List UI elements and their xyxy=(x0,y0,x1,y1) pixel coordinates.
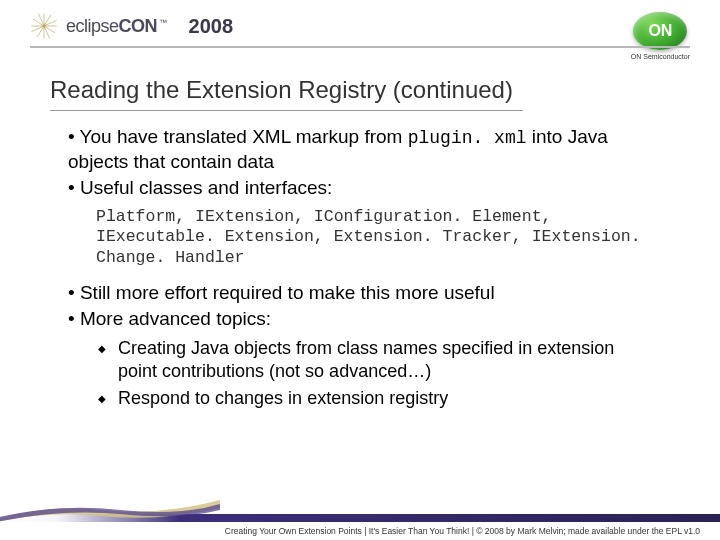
sponsor-name: ON Semiconductor xyxy=(631,53,690,60)
conference-year: 2008 xyxy=(189,15,234,38)
inline-code: plugin. xml xyxy=(408,128,527,148)
slide-content: You have translated XML markup from plug… xyxy=(0,125,720,410)
bullet-item: Still more effort required to make this … xyxy=(68,281,652,305)
bullet-text: You have translated XML markup from xyxy=(80,126,408,147)
bullet-item: Useful classes and interfaces: xyxy=(68,176,652,200)
slide-header: eclipseCON™ 2008 ON ON Semiconductor xyxy=(0,0,720,62)
bullet-text: More advanced topics: xyxy=(80,308,271,329)
footer-text: Creating Your Own Extension Points | It'… xyxy=(225,526,700,536)
conference-logo: eclipseCON™ 2008 xyxy=(30,12,233,40)
code-block: Platform, IExtension, IConfiguration. El… xyxy=(68,203,652,281)
title-container: Reading the Extension Registry (continue… xyxy=(0,62,720,125)
footer-swoosh-icon xyxy=(0,496,220,526)
slide-title: Reading the Extension Registry (continue… xyxy=(50,62,523,111)
conference-name-light: eclipse xyxy=(66,16,119,36)
burst-icon xyxy=(30,12,58,40)
conference-name-bold: CON xyxy=(119,16,158,36)
sub-bullet-list: Creating Java objects from class names s… xyxy=(68,333,652,410)
on-badge-icon: ON xyxy=(633,12,687,50)
slide-footer: Creating Your Own Extension Points | It'… xyxy=(0,498,720,540)
trademark-symbol: ™ xyxy=(159,18,167,27)
sub-bullet-item: Respond to changes in extension registry xyxy=(98,387,652,410)
sub-bullet-item: Creating Java objects from class names s… xyxy=(98,337,652,383)
sponsor-logo: ON ON Semiconductor xyxy=(631,12,690,60)
bullet-item: You have translated XML markup from plug… xyxy=(68,125,652,174)
bullet-text: Useful classes and interfaces: xyxy=(80,177,332,198)
conference-name: eclipseCON™ xyxy=(66,16,167,37)
bullet-item: More advanced topics: xyxy=(68,307,652,331)
bullet-text: Still more effort required to make this … xyxy=(80,282,495,303)
